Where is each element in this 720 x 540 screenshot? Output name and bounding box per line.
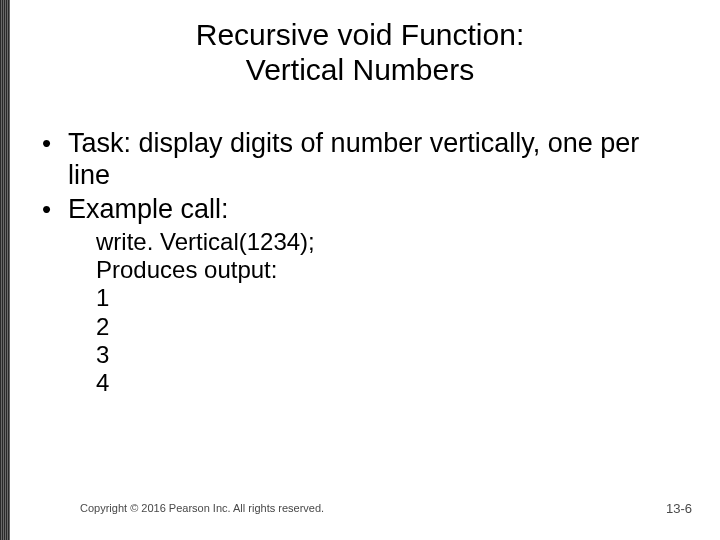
- bullet-item: Task: display digits of number verticall…: [40, 128, 680, 192]
- example-produces: Produces output:: [96, 256, 680, 284]
- example-block: write. Vertical(1234); Produces output: …: [96, 228, 680, 398]
- slide-body: Task: display digits of number verticall…: [40, 128, 680, 397]
- footer-page-number: 13-6: [666, 501, 692, 516]
- bullet-list: Task: display digits of number verticall…: [40, 128, 680, 226]
- bullet-text: Example call:: [68, 194, 229, 224]
- slide-title: Recursive void Function: Vertical Number…: [0, 18, 720, 87]
- title-line-2: Vertical Numbers: [0, 53, 720, 88]
- bullet-text: Task: display digits of number verticall…: [68, 128, 639, 190]
- example-output-line: 1: [96, 284, 680, 312]
- example-output-line: 4: [96, 369, 680, 397]
- slide: Recursive void Function: Vertical Number…: [0, 0, 720, 540]
- example-output-line: 3: [96, 341, 680, 369]
- footer-copyright: Copyright © 2016 Pearson Inc. All rights…: [80, 502, 324, 514]
- bullet-item: Example call:: [40, 194, 680, 226]
- title-line-1: Recursive void Function:: [0, 18, 720, 53]
- example-code: write. Vertical(1234);: [96, 228, 680, 256]
- example-output-line: 2: [96, 313, 680, 341]
